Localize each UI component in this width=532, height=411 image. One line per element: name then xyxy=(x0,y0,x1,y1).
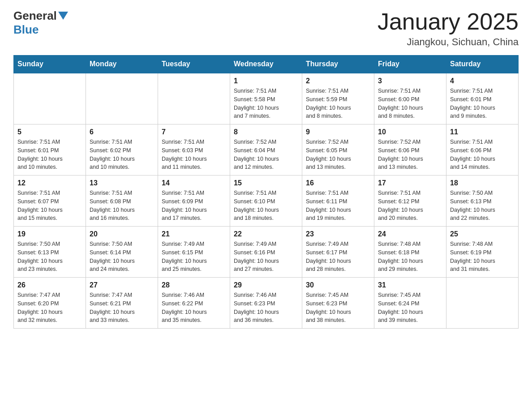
calendar-day-cell: 22Sunrise: 7:49 AM Sunset: 6:16 PM Dayli… xyxy=(230,227,302,278)
day-info: Sunrise: 7:52 AM Sunset: 6:05 PM Dayligh… xyxy=(306,138,370,171)
day-info: Sunrise: 7:49 AM Sunset: 6:16 PM Dayligh… xyxy=(234,240,298,274)
weekday-header-tuesday: Tuesday xyxy=(158,56,230,73)
day-number: 11 xyxy=(450,128,515,136)
day-info: Sunrise: 7:48 AM Sunset: 6:19 PM Dayligh… xyxy=(450,240,515,274)
calendar-week-row: 19Sunrise: 7:50 AM Sunset: 6:13 PM Dayli… xyxy=(14,227,519,278)
day-info: Sunrise: 7:51 AM Sunset: 6:09 PM Dayligh… xyxy=(162,189,226,223)
day-number: 20 xyxy=(90,230,154,238)
calendar-day-cell: 16Sunrise: 7:51 AM Sunset: 6:11 PM Dayli… xyxy=(302,176,374,227)
day-info: Sunrise: 7:46 AM Sunset: 6:23 PM Dayligh… xyxy=(234,291,298,325)
day-number: 26 xyxy=(17,281,82,289)
calendar-day-cell: 28Sunrise: 7:46 AM Sunset: 6:22 PM Dayli… xyxy=(158,278,230,329)
weekday-header-wednesday: Wednesday xyxy=(230,56,302,73)
day-number: 18 xyxy=(450,179,515,187)
calendar-subtitle: Jiangkou, Sichuan, China xyxy=(378,36,519,48)
day-number: 19 xyxy=(17,230,82,238)
calendar-week-row: 26Sunrise: 7:47 AM Sunset: 6:20 PM Dayli… xyxy=(14,278,519,329)
calendar-day-cell: 11Sunrise: 7:51 AM Sunset: 6:06 PM Dayli… xyxy=(446,124,519,176)
day-number: 4 xyxy=(450,77,515,85)
day-info: Sunrise: 7:49 AM Sunset: 6:17 PM Dayligh… xyxy=(306,240,370,274)
day-number: 28 xyxy=(162,281,226,289)
calendar-day-cell: 5Sunrise: 7:51 AM Sunset: 6:01 PM Daylig… xyxy=(14,124,86,176)
calendar-day-cell: 9Sunrise: 7:52 AM Sunset: 6:05 PM Daylig… xyxy=(302,124,374,176)
day-number: 10 xyxy=(378,128,442,136)
calendar-day-cell: 10Sunrise: 7:52 AM Sunset: 6:06 PM Dayli… xyxy=(374,124,446,176)
weekday-header-friday: Friday xyxy=(374,56,446,73)
day-info: Sunrise: 7:51 AM Sunset: 6:01 PM Dayligh… xyxy=(17,138,82,171)
day-info: Sunrise: 7:52 AM Sunset: 6:06 PM Dayligh… xyxy=(378,138,442,171)
calendar-day-cell: 29Sunrise: 7:46 AM Sunset: 6:23 PM Dayli… xyxy=(230,278,302,329)
calendar-day-cell: 23Sunrise: 7:49 AM Sunset: 6:17 PM Dayli… xyxy=(302,227,374,278)
day-info: Sunrise: 7:51 AM Sunset: 6:00 PM Dayligh… xyxy=(378,87,442,120)
calendar-day-cell: 17Sunrise: 7:51 AM Sunset: 6:12 PM Dayli… xyxy=(374,176,446,227)
day-info: Sunrise: 7:48 AM Sunset: 6:18 PM Dayligh… xyxy=(378,240,442,274)
page-header: General Blue January 2025 Jiangkou, Sich… xyxy=(13,9,519,48)
calendar-day-cell: 4Sunrise: 7:51 AM Sunset: 6:01 PM Daylig… xyxy=(446,73,519,124)
day-info: Sunrise: 7:51 AM Sunset: 6:02 PM Dayligh… xyxy=(90,138,154,171)
day-number: 12 xyxy=(17,179,82,187)
weekday-header-monday: Monday xyxy=(86,56,158,73)
day-number: 3 xyxy=(378,77,442,85)
day-info: Sunrise: 7:51 AM Sunset: 6:01 PM Dayligh… xyxy=(450,87,515,120)
calendar-body: 1Sunrise: 7:51 AM Sunset: 5:58 PM Daylig… xyxy=(14,73,519,329)
day-info: Sunrise: 7:50 AM Sunset: 6:14 PM Dayligh… xyxy=(90,240,154,274)
day-info: Sunrise: 7:45 AM Sunset: 6:23 PM Dayligh… xyxy=(306,291,370,325)
day-number: 25 xyxy=(450,230,515,238)
day-info: Sunrise: 7:51 AM Sunset: 6:11 PM Dayligh… xyxy=(306,189,370,223)
weekday-header-sunday: Sunday xyxy=(14,56,86,73)
day-info: Sunrise: 7:51 AM Sunset: 6:12 PM Dayligh… xyxy=(378,189,442,223)
calendar-day-cell: 12Sunrise: 7:51 AM Sunset: 6:07 PM Dayli… xyxy=(14,176,86,227)
logo-blue: Blue xyxy=(13,23,39,37)
day-number: 8 xyxy=(234,128,298,136)
calendar-day-cell: 27Sunrise: 7:47 AM Sunset: 6:21 PM Dayli… xyxy=(86,278,158,329)
day-info: Sunrise: 7:51 AM Sunset: 5:59 PM Dayligh… xyxy=(306,87,370,120)
calendar-day-cell: 19Sunrise: 7:50 AM Sunset: 6:13 PM Dayli… xyxy=(14,227,86,278)
calendar-day-cell xyxy=(158,73,230,124)
calendar-day-cell: 3Sunrise: 7:51 AM Sunset: 6:00 PM Daylig… xyxy=(374,73,446,124)
calendar-day-cell xyxy=(86,73,158,124)
day-number: 13 xyxy=(90,179,154,187)
calendar-day-cell xyxy=(446,278,519,329)
day-number: 16 xyxy=(306,179,370,187)
day-number: 27 xyxy=(90,281,154,289)
day-info: Sunrise: 7:50 AM Sunset: 6:13 PM Dayligh… xyxy=(450,189,515,223)
day-info: Sunrise: 7:51 AM Sunset: 6:06 PM Dayligh… xyxy=(450,138,515,171)
svg-marker-0 xyxy=(58,12,68,20)
day-info: Sunrise: 7:45 AM Sunset: 6:24 PM Dayligh… xyxy=(378,291,442,325)
calendar-day-cell: 30Sunrise: 7:45 AM Sunset: 6:23 PM Dayli… xyxy=(302,278,374,329)
calendar-day-cell: 7Sunrise: 7:51 AM Sunset: 6:03 PM Daylig… xyxy=(158,124,230,176)
calendar-day-cell: 13Sunrise: 7:51 AM Sunset: 6:08 PM Dayli… xyxy=(86,176,158,227)
day-number: 29 xyxy=(234,281,298,289)
day-number: 22 xyxy=(234,230,298,238)
calendar-day-cell: 26Sunrise: 7:47 AM Sunset: 6:20 PM Dayli… xyxy=(14,278,86,329)
weekday-header-saturday: Saturday xyxy=(446,56,519,73)
day-number: 5 xyxy=(17,128,82,136)
weekday-header-thursday: Thursday xyxy=(302,56,374,73)
calendar-title: January 2025 xyxy=(378,9,519,34)
calendar-week-row: 12Sunrise: 7:51 AM Sunset: 6:07 PM Dayli… xyxy=(14,176,519,227)
day-number: 6 xyxy=(90,128,154,136)
calendar-week-row: 5Sunrise: 7:51 AM Sunset: 6:01 PM Daylig… xyxy=(14,124,519,176)
calendar-day-cell: 8Sunrise: 7:52 AM Sunset: 6:04 PM Daylig… xyxy=(230,124,302,176)
day-info: Sunrise: 7:51 AM Sunset: 6:07 PM Dayligh… xyxy=(17,189,82,223)
calendar-day-cell: 24Sunrise: 7:48 AM Sunset: 6:18 PM Dayli… xyxy=(374,227,446,278)
day-info: Sunrise: 7:50 AM Sunset: 6:13 PM Dayligh… xyxy=(17,240,82,274)
day-info: Sunrise: 7:47 AM Sunset: 6:21 PM Dayligh… xyxy=(90,291,154,325)
day-info: Sunrise: 7:51 AM Sunset: 6:08 PM Dayligh… xyxy=(90,189,154,223)
day-number: 23 xyxy=(306,230,370,238)
day-number: 9 xyxy=(306,128,370,136)
calendar-day-cell: 20Sunrise: 7:50 AM Sunset: 6:14 PM Dayli… xyxy=(86,227,158,278)
day-number: 7 xyxy=(162,128,226,136)
day-number: 2 xyxy=(306,77,370,85)
day-number: 31 xyxy=(378,281,442,289)
calendar-day-cell: 25Sunrise: 7:48 AM Sunset: 6:19 PM Dayli… xyxy=(446,227,519,278)
calendar-header: SundayMondayTuesdayWednesdayThursdayFrid… xyxy=(14,56,519,73)
day-number: 1 xyxy=(234,77,298,85)
weekday-header-row: SundayMondayTuesdayWednesdayThursdayFrid… xyxy=(14,56,519,73)
day-number: 30 xyxy=(306,281,370,289)
day-number: 14 xyxy=(162,179,226,187)
day-info: Sunrise: 7:47 AM Sunset: 6:20 PM Dayligh… xyxy=(17,291,82,325)
day-number: 24 xyxy=(378,230,442,238)
calendar-table: SundayMondayTuesdayWednesdayThursdayFrid… xyxy=(13,55,519,329)
calendar-day-cell: 21Sunrise: 7:49 AM Sunset: 6:15 PM Dayli… xyxy=(158,227,230,278)
